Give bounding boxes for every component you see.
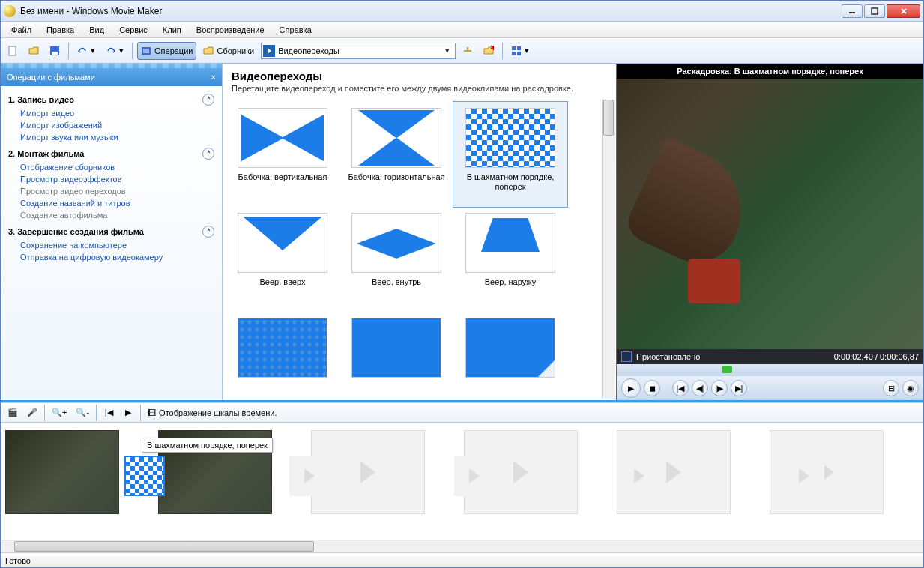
show-timeline-button[interactable]: 🎞 Отображение шкалы времени. (144, 404, 285, 422)
zoom-out-icon[interactable]: 🔍- (72, 404, 93, 422)
transition-item[interactable]: В шахматном порядке, поперек (453, 102, 567, 207)
save-button[interactable] (46, 42, 64, 60)
transition-slot[interactable] (454, 456, 495, 496)
timeline-mic-icon[interactable]: 🎤 (23, 404, 41, 422)
tasks-button[interactable]: Операции (137, 42, 196, 60)
new-folder-button[interactable]: ✱ (480, 42, 498, 60)
sidebar-link[interactable]: Импорт изображений (1, 119, 222, 131)
storyboard-clip[interactable]: ★Third.Star.2010.DVDRip.Rus-... (5, 430, 119, 540)
transition-thumb (351, 108, 441, 168)
timeline-play-icon[interactable]: ▶ (119, 404, 137, 422)
rewind-button[interactable]: |◀ (672, 380, 689, 396)
transition-item[interactable] (453, 312, 567, 400)
sidebar-link[interactable]: Импорт звука или музыки (1, 131, 222, 143)
transition-slot[interactable] (289, 456, 330, 496)
transition-thumb (465, 318, 555, 378)
minimize-button[interactable] (842, 4, 863, 18)
prev-frame-button[interactable]: ◀| (692, 380, 708, 396)
forward-button[interactable]: ▶| (731, 380, 747, 396)
transition-item[interactable] (226, 312, 339, 400)
clip-thumbnail (5, 430, 119, 514)
transition-item[interactable]: Веер, внутрь (339, 207, 453, 312)
app-icon (4, 5, 16, 17)
vertical-scrollbar[interactable] (602, 100, 615, 399)
transition-slot[interactable] (619, 456, 659, 496)
transition-label: В шахматном порядке, поперек (456, 172, 564, 192)
svg-rect-8 (512, 52, 516, 55)
transition-thumb (351, 318, 441, 378)
transition-item[interactable]: Веер, наружу (453, 207, 567, 312)
transition-thumb (238, 213, 327, 273)
horizontal-scrollbar[interactable] (1, 540, 923, 552)
transition-thumb (465, 108, 555, 168)
toolbar: ▾ ▾ Операции Сборники Видеопереходы ▾ ✱ … (1, 38, 923, 64)
sidebar-link[interactable]: Отправка на цифровую видеокамеру (1, 251, 222, 263)
menu-правка[interactable]: Правка (40, 24, 80, 36)
preview-pane: Раскадровка: В шахматном порядке, попере… (616, 64, 923, 400)
sidebar-link[interactable]: Отображение сборников (1, 161, 222, 173)
timeline-rewind-icon[interactable]: |◀ (100, 404, 118, 422)
sidebar-section[interactable]: 2. Монтаж фильма˄ (1, 143, 222, 161)
preview-viewport (617, 79, 923, 349)
monitor-icon (621, 351, 632, 362)
menu-воспроизведение[interactable]: Воспроизведение (190, 24, 271, 36)
split-button[interactable]: ⊟ (883, 380, 899, 396)
open-button[interactable] (25, 42, 43, 60)
chevron-up-icon: ˄ (202, 148, 214, 160)
tasks-sidebar: Операции с фильмами × 1. Запись видео˄Им… (1, 64, 223, 400)
chevron-up-icon: ˄ (202, 94, 214, 106)
svg-rect-6 (512, 46, 516, 50)
menu-клип[interactable]: Клип (157, 24, 187, 36)
close-button[interactable] (887, 4, 920, 18)
snapshot-button[interactable]: ◉ (902, 380, 919, 396)
collections-button[interactable]: Сборники (199, 42, 258, 60)
next-frame-button[interactable]: |▶ (711, 380, 728, 396)
redo-button[interactable]: ▾ (102, 42, 127, 60)
playback-time: 0:00:02,40 / 0:00:06,87 (834, 352, 919, 361)
svg-rect-1 (9, 46, 16, 55)
sidebar-link[interactable]: Просмотр видеоэффектов (1, 173, 222, 185)
play-button[interactable]: ▶ (621, 378, 641, 398)
sidebar-section[interactable]: 1. Запись видео˄ (1, 89, 222, 107)
transition-item[interactable]: Бабочка, вертикальная (226, 102, 339, 207)
tooltip: В шахматном порядке, поперек (142, 438, 273, 453)
transition-slot[interactable] (784, 456, 824, 496)
menu-справка[interactable]: Справка (274, 24, 318, 36)
zoom-in-icon[interactable]: 🔍+ (48, 404, 70, 422)
transition-item[interactable]: Бабочка, горизонтальная (339, 102, 453, 207)
maximize-button[interactable] (864, 4, 885, 18)
sidebar-link[interactable]: Просмотр видео переходов (1, 185, 222, 197)
transition-item[interactable]: Веер, вверх (226, 207, 339, 312)
transition-label: Веер, внутрь (372, 277, 421, 287)
up-button[interactable] (459, 42, 477, 60)
transition-thumb (351, 213, 441, 273)
location-combo[interactable]: Видеопереходы ▾ (261, 43, 456, 59)
transition-label: Бабочка, вертикальная (238, 172, 327, 182)
transition-slot[interactable] (124, 456, 165, 496)
menu-файл[interactable]: Файл (5, 24, 37, 36)
transition-item[interactable] (339, 312, 453, 400)
transition-thumb (465, 213, 555, 273)
sidebar-section[interactable]: 3. Завершение создания фильма˄ (1, 221, 222, 239)
svg-text:✱: ✱ (490, 46, 494, 52)
sidebar-close-icon[interactable]: × (211, 73, 216, 82)
sidebar-link[interactable]: Создание названий и титров (1, 197, 222, 209)
seek-knob[interactable] (722, 366, 732, 373)
stop-button[interactable]: ◼ (644, 380, 660, 396)
window-title: Без имени - Windows Movie Maker (20, 6, 842, 16)
view-button[interactable]: ▾ (507, 42, 533, 60)
transition-label: Бабочка, горизонтальная (348, 172, 444, 182)
menu-сервис[interactable]: Сервис (113, 24, 154, 36)
seek-bar[interactable] (617, 364, 923, 376)
chevron-down-icon: ▾ (441, 46, 453, 55)
sidebar-link[interactable]: Импорт видео (1, 107, 222, 119)
timeline-narrate-icon[interactable]: 🎬 (4, 404, 22, 422)
storyboard: 🎬 🎤 🔍+ 🔍- |◀ ▶ 🎞 Отображение шкалы време… (1, 402, 923, 552)
transition-label: Веер, вверх (260, 277, 306, 287)
sidebar-link[interactable]: Сохранение на компьютере (1, 239, 222, 251)
menu-вид[interactable]: Вид (83, 24, 110, 36)
sidebar-link[interactable]: Создание автофильма (1, 209, 222, 221)
undo-button[interactable]: ▾ (73, 42, 99, 60)
svg-rect-3 (52, 52, 58, 55)
new-button[interactable] (4, 42, 22, 60)
